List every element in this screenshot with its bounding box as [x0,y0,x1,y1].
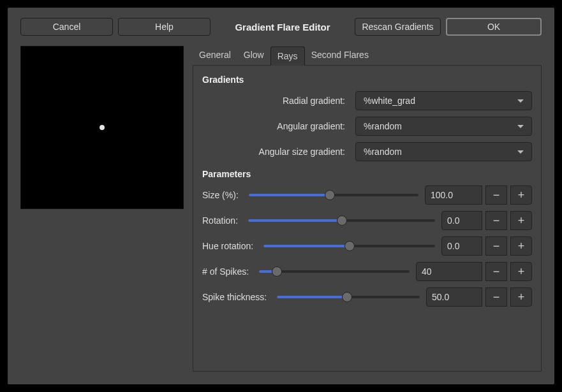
spikes-increment[interactable]: + [510,262,532,281]
size-row: Size (%): 100.0 − + [202,185,532,205]
size-slider[interactable] [246,187,421,203]
svg-line-6 [92,127,102,200]
thickness-row: Spike thickness: 50.0 − + [202,287,532,307]
size-input[interactable]: 100.0 [425,185,482,205]
chevron-down-icon [517,125,524,128]
angular-gradient-label: Angular gradient: [202,121,349,131]
tab-general[interactable]: General [193,46,237,65]
radial-gradient-dropdown[interactable]: %white_grad [355,91,532,110]
thickness-decrement[interactable]: − [485,287,507,307]
hue-rotation-slider[interactable] [261,238,438,254]
hue-rotation-input[interactable]: 0.0 [441,236,482,256]
svg-line-1 [102,127,145,138]
size-increment[interactable]: + [510,185,532,205]
ok-button[interactable]: OK [446,18,542,36]
tabs: General Glow Rays Second Flares [193,46,542,66]
hue-rotation-increment[interactable]: + [510,236,532,256]
hue-rotation-label: Hue rotation: [202,241,257,251]
parameters-heading: Parameters [202,169,532,179]
svg-line-11 [59,117,102,127]
angular-gradient-row: Angular gradient: %random [202,117,532,136]
window-title: Gradient Flare Editor [216,22,350,33]
rotation-row: Rotation: 0.0 − + [202,211,532,230]
thickness-increment[interactable]: + [510,287,532,307]
chevron-down-icon [517,150,524,154]
rotation-input[interactable]: 0.0 [441,211,482,230]
chevron-down-icon [517,99,524,103]
svg-line-8 [59,127,102,169]
tab-rays-content: Gradients Radial gradient: %white_grad A… [193,66,542,372]
tab-glow[interactable]: Glow [237,46,270,65]
thickness-slider[interactable] [274,289,422,305]
tab-second-flares[interactable]: Second Flares [305,46,375,65]
rotation-increment[interactable]: + [510,211,532,230]
spikes-label: # of Spikes: [202,266,253,277]
settings-panel: General Glow Rays Second Flares Gradient… [193,46,542,372]
rotation-decrement[interactable]: − [485,211,507,230]
size-decrement[interactable]: − [485,185,507,205]
angular-size-gradient-value: %random [364,147,402,157]
hue-rotation-decrement[interactable]: − [485,236,507,256]
editor-window: Cancel Help Gradient Flare Editor Rescan… [8,8,554,384]
titlebar: Cancel Help Gradient Flare Editor Rescan… [8,8,554,42]
radial-gradient-row: Radial gradient: %white_grad [202,91,532,110]
angular-size-gradient-dropdown[interactable]: %random [355,142,532,161]
spikes-decrement[interactable]: − [485,262,507,281]
spikes-input[interactable]: 40 [416,262,482,281]
help-button[interactable]: Help [118,18,211,36]
angular-gradient-value: %random [364,121,402,131]
rotation-slider[interactable] [246,213,438,228]
svg-line-9 [65,127,102,145]
svg-point-20 [100,125,105,130]
svg-line-18 [102,86,145,127]
body: General Glow Rays Second Flares Gradient… [8,42,554,384]
angular-size-gradient-label: Angular size gradient: [202,147,349,157]
radial-gradient-value: %white_grad [364,96,415,106]
svg-line-16 [102,55,112,127]
thickness-label: Spike thickness: [202,292,270,302]
flare-preview [20,46,184,209]
rotation-label: Rotation: [202,215,242,226]
hue-rotation-row: Hue rotation: 0.0 − + [202,236,532,256]
spikes-row: # of Spikes: 40 − + [202,262,532,281]
tab-rays[interactable]: Rays [270,47,305,66]
spikes-slider[interactable] [256,264,412,279]
thickness-input[interactable]: 50.0 [426,287,482,307]
svg-line-19 [102,110,139,127]
cancel-button[interactable]: Cancel [20,18,113,36]
rescan-gradients-button[interactable]: Rescan Gradients [355,18,441,36]
radial-gradient-label: Radial gradient: [202,96,349,106]
gradients-heading: Gradients [202,75,532,85]
angular-gradient-dropdown[interactable]: %random [355,117,532,136]
size-label: Size (%): [202,190,242,200]
flare-preview-graphic [21,47,183,208]
angular-size-gradient-row: Angular size gradient: %random [202,142,532,161]
